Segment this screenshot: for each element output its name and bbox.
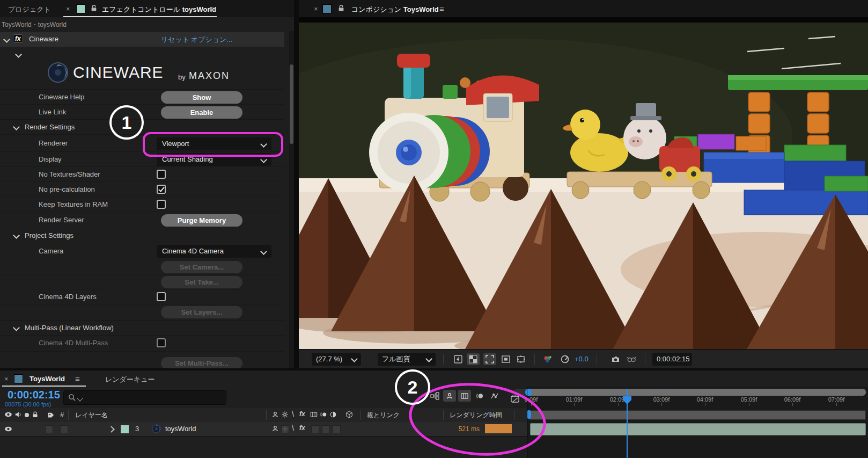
current-time-display[interactable]: 0:00:02:15 [8, 389, 60, 401]
layer-color-swatch[interactable] [120, 425, 129, 434]
parent-link-column-header[interactable]: 親とリンク [367, 411, 400, 420]
no-textures-checkbox[interactable] [157, 170, 166, 179]
region-of-interest-icon[interactable] [483, 353, 496, 365]
tab-effect-controls[interactable]: エフェクトコントロール toysWorld [102, 5, 216, 14]
audio-speaker-icon[interactable] [14, 411, 22, 420]
shy-column-icon[interactable] [271, 411, 280, 419]
timeline-navigator-bar[interactable] [527, 389, 866, 396]
set-camera-button[interactable]: Set Camera... [161, 261, 242, 273]
layer-effects-switch[interactable]: fx [299, 424, 305, 432]
row-label: Cinema 4D Multi-Pass [39, 336, 108, 351]
reset-link[interactable]: リセット [161, 35, 189, 45]
layer-expander-chevron-icon[interactable] [108, 426, 115, 433]
group-project-settings[interactable]: Project Settings [0, 228, 284, 243]
effect-name[interactable]: Cineware [29, 35, 58, 43]
set-layers-button[interactable]: Set Layers... [161, 306, 242, 318]
row-label: No Textures/Shader [39, 167, 100, 182]
panel-color-swatch [76, 4, 85, 13]
transparency-grid-icon[interactable] [467, 353, 480, 365]
group-multi-pass[interactable]: Multi-Pass (Linear Workflow) [0, 320, 284, 336]
index-column-header[interactable]: # [60, 411, 64, 419]
purge-memory-button[interactable]: Purge Memory [161, 214, 242, 227]
search-input[interactable] [63, 390, 226, 405]
no-precalc-checkbox[interactable] [157, 185, 166, 194]
group-label: Render Settings [25, 120, 75, 135]
label-tag-icon[interactable] [47, 411, 55, 420]
close-icon[interactable]: × [314, 5, 318, 13]
toys-scene-image [299, 17, 868, 349]
close-icon[interactable]: × [66, 5, 70, 13]
unlock-icon[interactable] [337, 4, 345, 12]
pixel-aspect-correction-icon[interactable] [514, 353, 527, 365]
exposure-value[interactable]: +0.0 [575, 355, 589, 363]
motion-blur-column-icon[interactable] [320, 411, 328, 419]
options-link[interactable]: オプション... [191, 35, 232, 45]
layer-switch-cell[interactable] [333, 425, 341, 433]
snapshot-camera-icon[interactable] [609, 353, 622, 365]
cineware-logo: CINEWARE by MAXON [0, 59, 284, 89]
layer-name[interactable]: toysWorld [165, 425, 196, 433]
panel-menu-icon[interactable]: ≡ [439, 4, 444, 13]
layer-switch-cell[interactable] [322, 425, 330, 433]
solo-icon[interactable] [25, 413, 29, 417]
enable-button[interactable]: Enable [161, 106, 242, 119]
close-icon[interactable]: × [4, 375, 9, 383]
unlock-icon[interactable] [90, 4, 98, 12]
annotation-renderer-highlight-box [143, 132, 283, 157]
effect-panel-scrollbar[interactable] [289, 31, 294, 368]
effects-column-icon[interactable]: fx [299, 410, 308, 419]
c4d-layers-checkbox[interactable] [157, 292, 166, 301]
viewer-timecode[interactable]: 0:00:02:15 [652, 353, 692, 366]
panel-menu-icon[interactable]: ≡ [75, 374, 80, 383]
tab-render-queue[interactable]: レンダーキュー [105, 375, 155, 384]
title-action-safe-icon[interactable] [499, 353, 512, 365]
layer-name-column-header[interactable]: レイヤー名 [75, 411, 108, 420]
layer-shy-switch[interactable] [271, 425, 280, 433]
row-set-camera: Set Camera... [0, 259, 284, 274]
set-multi-pass-button[interactable]: Set Multi-Pass... [161, 357, 242, 368]
panel-menu-icon[interactable]: ≡ [209, 4, 214, 13]
exposure-icon[interactable] [558, 353, 571, 365]
show-button[interactable]: Show [161, 91, 242, 104]
fast-preview-icon[interactable] [452, 353, 465, 365]
magnification-dropdown[interactable]: (27.7 %) [312, 353, 361, 366]
c4d-multi-pass-checkbox[interactable] [157, 338, 166, 347]
tab-timeline-toysworld[interactable]: ToysWorld [30, 375, 65, 383]
camera-dropdown[interactable]: Cinema 4D Camera [157, 245, 271, 258]
resolution-dropdown[interactable]: フル画質 [378, 353, 436, 366]
video-eye-icon[interactable] [4, 411, 12, 419]
frame-info: 00075 (30.00 fps) [5, 401, 51, 408]
row-label: Display [39, 152, 62, 167]
channel-show-icon[interactable] [541, 353, 554, 365]
navigator-start-handle[interactable] [525, 389, 531, 396]
show-snapshot-icon[interactable] [625, 353, 638, 365]
audio-cell[interactable] [45, 425, 53, 433]
playhead-line[interactable] [627, 403, 628, 458]
layer-switch-cell[interactable] [311, 425, 319, 433]
lock-icon[interactable] [32, 411, 39, 420]
set-take-button[interactable]: Set Take... [161, 276, 242, 288]
scrollbar-thumb[interactable] [290, 64, 293, 144]
chevron-down-icon [260, 248, 267, 255]
layer-duration-bar[interactable] [530, 423, 866, 435]
collapse-transformations-column-icon[interactable] [281, 411, 290, 419]
layer-index: 3 [135, 425, 139, 433]
lock-cell[interactable] [60, 425, 68, 433]
tab-project[interactable]: プロジェクト [8, 5, 51, 14]
chevron-down-icon[interactable] [3, 36, 10, 43]
work-area-bar[interactable] [529, 410, 866, 420]
annotation-step2-circle: 2 [395, 369, 430, 405]
row-no-textures: No Textures/Shader [0, 166, 284, 182]
frame-blend-column-icon[interactable] [310, 411, 319, 419]
layer-collapse-switch[interactable] [281, 425, 289, 433]
3d-layer-column-icon[interactable] [345, 411, 354, 419]
layer-quality-switch[interactable]: \ [292, 424, 294, 432]
video-eye-icon[interactable] [4, 426, 12, 434]
row-label: Render Server [39, 212, 84, 228]
adjustment-layer-column-icon[interactable] [329, 411, 338, 419]
annotation-step2-number: 2 [408, 377, 418, 398]
keep-textures-checkbox[interactable] [157, 200, 166, 209]
tab-composition[interactable]: コンポジション ToysWorld [351, 5, 439, 14]
chevron-down-icon[interactable] [15, 51, 22, 58]
viewer-timecode-value: 0:00:02:15 [657, 355, 689, 363]
